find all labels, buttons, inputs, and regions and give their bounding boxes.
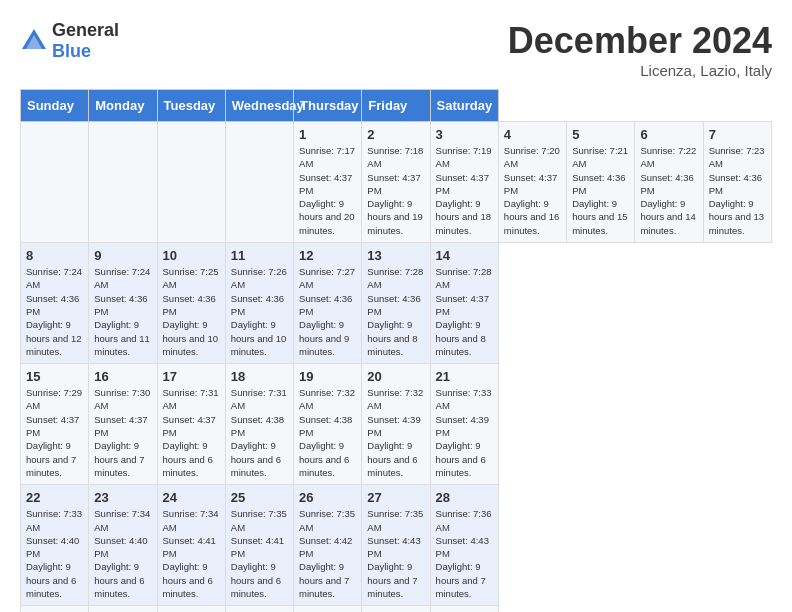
header-monday: Monday xyxy=(89,90,157,122)
calendar-cell: 4Sunrise: 7:20 AMSunset: 4:37 PMDaylight… xyxy=(498,122,566,243)
day-info: Sunrise: 7:21 AMSunset: 4:36 PMDaylight:… xyxy=(572,144,629,237)
title-area: December 2024 Licenza, Lazio, Italy xyxy=(508,20,772,79)
day-number: 25 xyxy=(231,490,288,505)
day-number: 21 xyxy=(436,369,493,384)
day-number: 7 xyxy=(709,127,766,142)
header-wednesday: Wednesday xyxy=(225,90,293,122)
day-number: 23 xyxy=(94,490,151,505)
day-number: 19 xyxy=(299,369,356,384)
day-number: 11 xyxy=(231,248,288,263)
calendar-cell: 1Sunrise: 7:17 AMSunset: 4:37 PMDaylight… xyxy=(294,122,362,243)
day-info: Sunrise: 7:28 AMSunset: 4:36 PMDaylight:… xyxy=(367,265,424,358)
calendar-cell: 18Sunrise: 7:31 AMSunset: 4:38 PMDayligh… xyxy=(225,364,293,485)
day-info: Sunrise: 7:34 AMSunset: 4:40 PMDaylight:… xyxy=(94,507,151,600)
day-info: Sunrise: 7:18 AMSunset: 4:37 PMDaylight:… xyxy=(367,144,424,237)
calendar-cell: 29Sunrise: 7:36 AMSunset: 4:44 PMDayligh… xyxy=(21,606,89,612)
day-number: 1 xyxy=(299,127,356,142)
calendar-cell: 25Sunrise: 7:35 AMSunset: 4:41 PMDayligh… xyxy=(225,485,293,606)
header-row: SundayMondayTuesdayWednesdayThursdayFrid… xyxy=(21,90,772,122)
day-number: 28 xyxy=(436,490,493,505)
day-info: Sunrise: 7:36 AMSunset: 4:43 PMDaylight:… xyxy=(436,507,493,600)
location-subtitle: Licenza, Lazio, Italy xyxy=(508,62,772,79)
day-number: 27 xyxy=(367,490,424,505)
logo-general: General xyxy=(52,20,119,40)
day-info: Sunrise: 7:25 AMSunset: 4:36 PMDaylight:… xyxy=(163,265,220,358)
calendar-cell: 8Sunrise: 7:24 AMSunset: 4:36 PMDaylight… xyxy=(21,243,89,364)
header-sunday: Sunday xyxy=(21,90,89,122)
header-tuesday: Tuesday xyxy=(157,90,225,122)
calendar-cell xyxy=(294,606,362,612)
day-number: 17 xyxy=(163,369,220,384)
day-info: Sunrise: 7:35 AMSunset: 4:41 PMDaylight:… xyxy=(231,507,288,600)
header-thursday: Thursday xyxy=(294,90,362,122)
day-number: 9 xyxy=(94,248,151,263)
calendar-header: SundayMondayTuesdayWednesdayThursdayFrid… xyxy=(21,90,772,122)
day-number: 20 xyxy=(367,369,424,384)
day-info: Sunrise: 7:33 AMSunset: 4:39 PMDaylight:… xyxy=(436,386,493,479)
calendar-cell: 17Sunrise: 7:31 AMSunset: 4:37 PMDayligh… xyxy=(157,364,225,485)
day-info: Sunrise: 7:20 AMSunset: 4:37 PMDaylight:… xyxy=(504,144,561,237)
week-row-1: 1Sunrise: 7:17 AMSunset: 4:37 PMDaylight… xyxy=(21,122,772,243)
calendar-cell: 2Sunrise: 7:18 AMSunset: 4:37 PMDaylight… xyxy=(362,122,430,243)
week-row-3: 15Sunrise: 7:29 AMSunset: 4:37 PMDayligh… xyxy=(21,364,772,485)
day-number: 5 xyxy=(572,127,629,142)
calendar-cell: 26Sunrise: 7:35 AMSunset: 4:42 PMDayligh… xyxy=(294,485,362,606)
day-info: Sunrise: 7:31 AMSunset: 4:38 PMDaylight:… xyxy=(231,386,288,479)
day-info: Sunrise: 7:24 AMSunset: 4:36 PMDaylight:… xyxy=(94,265,151,358)
day-number: 18 xyxy=(231,369,288,384)
calendar-cell: 7Sunrise: 7:23 AMSunset: 4:36 PMDaylight… xyxy=(703,122,771,243)
month-title: December 2024 xyxy=(508,20,772,62)
day-number: 12 xyxy=(299,248,356,263)
day-info: Sunrise: 7:29 AMSunset: 4:37 PMDaylight:… xyxy=(26,386,83,479)
calendar-cell: 6Sunrise: 7:22 AMSunset: 4:36 PMDaylight… xyxy=(635,122,703,243)
calendar-cell: 22Sunrise: 7:33 AMSunset: 4:40 PMDayligh… xyxy=(21,485,89,606)
calendar-cell: 11Sunrise: 7:26 AMSunset: 4:36 PMDayligh… xyxy=(225,243,293,364)
day-number: 26 xyxy=(299,490,356,505)
day-info: Sunrise: 7:17 AMSunset: 4:37 PMDaylight:… xyxy=(299,144,356,237)
calendar-cell: 13Sunrise: 7:28 AMSunset: 4:36 PMDayligh… xyxy=(362,243,430,364)
calendar-body: 1Sunrise: 7:17 AMSunset: 4:37 PMDaylight… xyxy=(21,122,772,613)
week-row-5: 29Sunrise: 7:36 AMSunset: 4:44 PMDayligh… xyxy=(21,606,772,612)
day-number: 4 xyxy=(504,127,561,142)
calendar-cell: 9Sunrise: 7:24 AMSunset: 4:36 PMDaylight… xyxy=(89,243,157,364)
calendar-table: SundayMondayTuesdayWednesdayThursdayFrid… xyxy=(20,89,772,612)
day-number: 10 xyxy=(163,248,220,263)
day-info: Sunrise: 7:32 AMSunset: 4:38 PMDaylight:… xyxy=(299,386,356,479)
calendar-cell: 30Sunrise: 7:36 AMSunset: 4:45 PMDayligh… xyxy=(89,606,157,612)
day-info: Sunrise: 7:24 AMSunset: 4:36 PMDaylight:… xyxy=(26,265,83,358)
day-info: Sunrise: 7:33 AMSunset: 4:40 PMDaylight:… xyxy=(26,507,83,600)
week-row-4: 22Sunrise: 7:33 AMSunset: 4:40 PMDayligh… xyxy=(21,485,772,606)
calendar-cell: 12Sunrise: 7:27 AMSunset: 4:36 PMDayligh… xyxy=(294,243,362,364)
day-info: Sunrise: 7:35 AMSunset: 4:43 PMDaylight:… xyxy=(367,507,424,600)
day-number: 15 xyxy=(26,369,83,384)
day-info: Sunrise: 7:19 AMSunset: 4:37 PMDaylight:… xyxy=(436,144,493,237)
calendar-cell: 10Sunrise: 7:25 AMSunset: 4:36 PMDayligh… xyxy=(157,243,225,364)
day-number: 13 xyxy=(367,248,424,263)
day-info: Sunrise: 7:27 AMSunset: 4:36 PMDaylight:… xyxy=(299,265,356,358)
calendar-cell: 31Sunrise: 7:36 AMSunset: 4:46 PMDayligh… xyxy=(157,606,225,612)
day-info: Sunrise: 7:30 AMSunset: 4:37 PMDaylight:… xyxy=(94,386,151,479)
day-number: 24 xyxy=(163,490,220,505)
week-row-2: 8Sunrise: 7:24 AMSunset: 4:36 PMDaylight… xyxy=(21,243,772,364)
day-number: 8 xyxy=(26,248,83,263)
calendar-cell: 16Sunrise: 7:30 AMSunset: 4:37 PMDayligh… xyxy=(89,364,157,485)
calendar-cell: 28Sunrise: 7:36 AMSunset: 4:43 PMDayligh… xyxy=(430,485,498,606)
logo-blue: Blue xyxy=(52,41,91,61)
day-info: Sunrise: 7:26 AMSunset: 4:36 PMDaylight:… xyxy=(231,265,288,358)
header-saturday: Saturday xyxy=(430,90,498,122)
calendar-cell: 23Sunrise: 7:34 AMSunset: 4:40 PMDayligh… xyxy=(89,485,157,606)
day-info: Sunrise: 7:28 AMSunset: 4:37 PMDaylight:… xyxy=(436,265,493,358)
calendar-cell xyxy=(89,122,157,243)
logo: General Blue xyxy=(20,20,119,62)
day-number: 6 xyxy=(640,127,697,142)
calendar-cell xyxy=(157,122,225,243)
day-number: 3 xyxy=(436,127,493,142)
calendar-cell: 19Sunrise: 7:32 AMSunset: 4:38 PMDayligh… xyxy=(294,364,362,485)
day-info: Sunrise: 7:35 AMSunset: 4:42 PMDaylight:… xyxy=(299,507,356,600)
calendar-cell xyxy=(362,606,430,612)
day-number: 16 xyxy=(94,369,151,384)
calendar-cell: 3Sunrise: 7:19 AMSunset: 4:37 PMDaylight… xyxy=(430,122,498,243)
calendar-cell xyxy=(21,122,89,243)
calendar-cell: 5Sunrise: 7:21 AMSunset: 4:36 PMDaylight… xyxy=(567,122,635,243)
day-info: Sunrise: 7:32 AMSunset: 4:39 PMDaylight:… xyxy=(367,386,424,479)
